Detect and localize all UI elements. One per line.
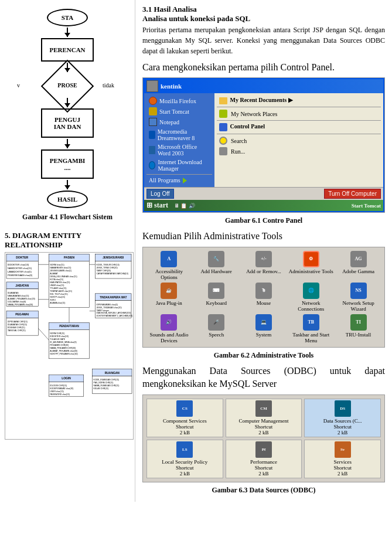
win-menu-word[interactable]: Microsoft Office Word 2003 (146, 142, 212, 158)
component-services-icon: CS (176, 400, 193, 417)
performance-icon: Pf (255, 441, 272, 458)
admin-addhw: 🔧 Add Hardware (194, 251, 239, 280)
svg-text:DIAGNOSA_KERJA  V_ARCHAR(200): DIAGNOSA_KERJA V_ARCHAR(200) (97, 312, 131, 315)
svg-text:IDLOGIN       CHR(15): IDLOGIN CHR(15) (50, 385, 67, 387)
paragraph1: Prioritas pertama merupakan pengkoneksia… (142, 25, 385, 56)
fc-tidak-label: tidak (103, 82, 114, 89)
svg-text:NAMA_PENJAMIN    CHR(30): NAMA_PENJAMIN CHR(30) (50, 347, 76, 349)
win-bottom-bar: Log Off Turn Off Computer (144, 187, 383, 200)
win-title: kentink (161, 83, 182, 90)
notepad-icon (149, 118, 157, 126)
firefox-icon (149, 97, 157, 105)
win-separator-1 (146, 174, 212, 175)
speech-label: Speech (209, 332, 224, 338)
win-menu-notepad[interactable]: Notepad (146, 117, 212, 127)
win-menu-tomcat[interactable]: Start Tomcat (146, 106, 212, 117)
network-label: Network Connections (288, 300, 333, 312)
turnoff-button[interactable]: Turn Off Computer (324, 189, 381, 199)
svg-text:NAMJABATAN   char(15): NAMJABATAN char(15) (8, 295, 29, 297)
performance-label: PerformanceShortcut2 kB (250, 459, 277, 477)
admin-accessibility: A Accessibility Options (146, 251, 192, 280)
svg-text:JENISKELAMIN   char(1): JENISKELAMIN char(1) (50, 270, 71, 272)
svg-text:DESA_KELURAHAN char(15): DESA_KELURAHAN char(15) (50, 276, 77, 278)
win-menu-dreamweaver[interactable]: Macromedia Dreamweaver 8 (146, 127, 212, 142)
svg-text:JENIS_TIPAS     CHR(20): JENIS_TIPAS CHR(20) (97, 267, 118, 269)
data-sources-icon: DS (335, 400, 351, 417)
taskbar-label: Taskbar and Start Menu (288, 332, 333, 343)
svg-text:PENJAMIN         CHR(30): PENJAMIN CHR(30) (50, 344, 69, 346)
local-security-icon: LS (176, 441, 193, 458)
win-network-places[interactable]: My Network Places (217, 108, 381, 119)
logoff-button[interactable]: Log Off (146, 189, 174, 199)
svg-text:TEMPATLAHIR    char(15): TEMPATLAHIR char(15) (50, 290, 71, 292)
win-search[interactable]: Search (217, 135, 381, 146)
svg-text:PEMERIKSAAN char(8): PEMERIKSAAN char(8) (8, 274, 33, 277)
svg-text:TANGGAL       CHR(15): TANGGAL CHR(15) (8, 329, 26, 332)
fc-sta: STA (47, 9, 88, 26)
start-label: ⊞ start (146, 201, 168, 210)
admin-adobegamma: AG Adobe Gamma (336, 251, 381, 280)
svg-text:TULASUK          DATE: TULASUK DATE (50, 338, 66, 341)
svg-text:KABUPATEN      char(15): KABUPATEN char(15) (50, 281, 70, 284)
datasrc-datasources: DS Data Sources (C...Shortcut2 kB (304, 399, 381, 437)
svg-text:GOLDARAH       char(8): GOLDARAH char(8) (8, 301, 26, 303)
adobegamma-icon: AG (350, 251, 367, 267)
svg-text:CARAPEMBAYARAN  VARCHA(10): CARAPEMBAYARAN VARCHA(10) (97, 273, 128, 275)
all-programs-item[interactable]: All Programs (146, 176, 212, 185)
svg-text:JABATAN: JABATAN (15, 284, 29, 287)
svg-text:LAMADOKTER char(5): LAMADOKTER char(5) (8, 270, 32, 273)
admin-system: 💻 System (241, 314, 287, 343)
idm-icon (149, 161, 155, 169)
svg-text:RUANGAN: RUANGAN (105, 372, 120, 375)
admin-speech: 🎤 Speech (194, 314, 239, 343)
mouse-icon: 🖱 (255, 283, 272, 299)
computer-management-label: Computer ManagementShortcut2 kB (238, 418, 288, 436)
win-body: Mozilla Firefox Start Tomcat Notepad (144, 93, 383, 187)
network-icon: 🌐 (303, 283, 319, 299)
run-label: Run... (231, 148, 245, 155)
svg-text:ID_ASURANSI_MINA char(8): ID_ASURANSI_MINA char(8) (50, 341, 76, 343)
data-sources-label: Data Sources (C...Shortcut2 kB (323, 418, 362, 436)
datasrc-compmanage: CM Computer ManagementShortcut2 kB (226, 399, 302, 437)
svg-text:NAMDOKTER char(15): NAMDOKTER char(15) (8, 267, 32, 270)
text-large2: Kemudian Pilih Administrative Tools (142, 230, 385, 243)
svg-text:TARIF            CHR(20): TARIF CHR(20) (97, 270, 111, 272)
svg-text:LOGIN: LOGIN (62, 377, 71, 380)
keyboard-label: Keyboard (206, 300, 227, 306)
services-icon: Sv (335, 441, 351, 458)
control-panel-icon (219, 123, 227, 131)
svg-text:DOKTERYANMEMER  V_ARCHAR(200): DOKTERYANMEMER V_ARCHAR(200) (97, 315, 133, 317)
svg-text:NAMA_RUANGAN   CHR(15): NAMA_RUANGAN CHR(15) (94, 385, 120, 387)
svg-text:EDUKASI        CHR(15): EDUKASI CHR(15) (8, 326, 25, 329)
search-icon (219, 137, 227, 145)
win-control-panel[interactable]: Control Panel (217, 122, 381, 132)
win-recent-docs[interactable]: My Recent Documents ▶ (217, 96, 381, 106)
admin-admintools: ⚙ Administrative Tools (288, 251, 333, 280)
flowchart-caption: Gambar 4.1 Flowchart Sistem (5, 213, 130, 222)
system-icon: 💻 (255, 314, 272, 331)
svg-text:IDDOKTER    char(10): IDDOKTER char(10) (8, 263, 29, 266)
svg-text:ING, TELP      char(15): ING, TELP char(15) (50, 293, 67, 295)
fc-v-label: v (17, 82, 20, 89)
svg-text:KELAS          CHR(15): KELAS CHR(15) (94, 387, 109, 390)
win-separator-2 (217, 107, 381, 107)
svg-text:ALAMAT_PENJAMIN char(20): ALAMAT_PENJAMIN char(20) (8, 298, 35, 300)
admin-truinstall: TI TRU-Install (336, 314, 381, 343)
fc-pengambi: PENGAMBI.... (41, 149, 94, 179)
tomcat-label: Start Tomcat (159, 108, 189, 115)
start-icons: 🖥 📋 🔊 (174, 203, 195, 209)
fc-arrow-3 (67, 98, 68, 107)
win-separator-3 (217, 120, 381, 121)
svg-text:KOTA           char(15): KOTA char(15) (50, 278, 63, 281)
fig63-caption: Gambar 6.3 Data Sources (ODBC) (142, 486, 385, 495)
recent-docs-label: My Recent Documents ▶ (230, 97, 293, 103)
win-menu-firefox[interactable]: Mozilla Firefox (146, 96, 212, 106)
addremove-label: Add or Remov... (246, 268, 281, 274)
computer-management-icon: CM (255, 400, 272, 417)
win-run[interactable]: Run... (217, 146, 381, 157)
erd-diagram: DOKTER IDDOKTER char(10) NAMDOKTER char(… (5, 252, 134, 440)
win-start-bar: ⊞ start 🖥 📋 🔊 Start Tomcat (144, 200, 383, 211)
svg-text:ALAMAT_PENJAMIN  char(30): ALAMAT_PENJAMIN char(30) (50, 350, 77, 352)
admin-netsetup: NS Network Setup Wizard (336, 283, 381, 312)
win-menu-idm[interactable]: Internet Download Manager (146, 158, 212, 173)
